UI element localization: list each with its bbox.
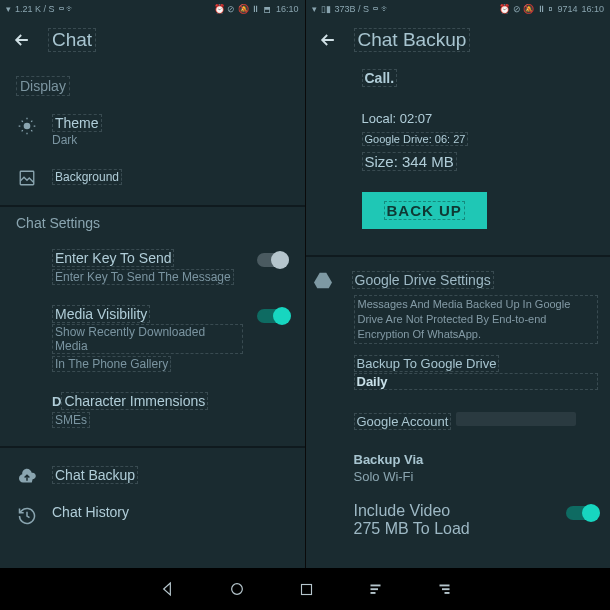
svg-rect-8 (442, 588, 450, 590)
section-chat-settings: Chat Settings (16, 215, 289, 231)
chardim-title: Character Immensions (61, 392, 208, 410)
gdrive-time: Google Drive: 06: 27 (362, 132, 469, 146)
backup-via-value: Solo Wi-Fi (354, 469, 599, 484)
enter-key-item[interactable]: Enter Key To Send Enter Key To Send The … (16, 239, 289, 295)
backup-via-item[interactable]: Backup Via Solo Wi-Fi (354, 440, 599, 494)
svg-rect-5 (370, 588, 378, 590)
theme-icon (16, 114, 38, 136)
local-time: Local: 02:07 (362, 111, 599, 126)
call-line: Call. (362, 69, 398, 87)
background-item[interactable]: Background (16, 157, 289, 197)
gdrive-settings-label: Google Drive Settings (352, 271, 494, 289)
back-icon[interactable] (12, 30, 32, 50)
theme-value: Dark (52, 133, 289, 147)
nav-home-icon[interactable] (229, 581, 245, 597)
include-video-title: Include Video (354, 502, 470, 520)
google-account-item[interactable]: Google Account (354, 400, 599, 440)
chardim-sub: SMEs (52, 412, 90, 428)
wallpaper-icon (16, 167, 38, 187)
google-account-value (456, 412, 576, 426)
gdrive-desc: Messages And Media Backed Up In Google D… (354, 295, 599, 344)
media-sub1: Show Recently Downloaded Media (52, 324, 243, 354)
include-video-toggle[interactable] (566, 506, 598, 520)
chat-history-label: Chat History (52, 504, 289, 520)
media-toggle[interactable] (257, 309, 289, 323)
media-sub2: In The Phone Gallery (52, 356, 171, 372)
enter-key-sub: Enter Key To Send The Message (52, 269, 234, 285)
backup-button[interactable]: BACK UP (362, 192, 487, 229)
back-icon-right[interactable] (318, 30, 338, 50)
enter-key-toggle[interactable] (257, 253, 289, 267)
enter-key-title: Enter Key To Send (52, 249, 174, 267)
include-video-sub: 275 MB To Load (354, 520, 470, 538)
svg-rect-3 (301, 584, 311, 594)
chat-history-item[interactable]: Chat History (16, 494, 289, 536)
backup-to-value: Daily (354, 373, 599, 390)
chat-backup-item[interactable]: Chat Backup (16, 456, 289, 494)
nav-menu2-icon[interactable] (437, 582, 452, 597)
nav-menu1-icon[interactable] (368, 582, 383, 597)
cloud-upload-icon (16, 466, 38, 484)
status-bar-right: ▾▯▮373B / S▭ ᯤ ⏰ ⊘ 🔕 ⏸ ▯971416:10 (306, 0, 611, 18)
svg-rect-1 (20, 171, 34, 185)
svg-rect-6 (370, 592, 375, 594)
theme-title: Theme (52, 114, 102, 132)
backup-to-gdrive-item[interactable]: Backup To Google Drive Daily (354, 344, 599, 400)
google-drive-icon (306, 271, 340, 289)
media-title: Media Visibility (52, 305, 150, 323)
svg-rect-4 (370, 584, 380, 586)
media-visibility-item[interactable]: Media Visibility Show Recently Downloade… (16, 295, 289, 382)
page-title-right: Chat Backup (354, 28, 471, 52)
include-video-item[interactable]: Include Video 275 MB To Load (354, 494, 599, 546)
char-dim-item[interactable]: DCharacter Immensions SMEs (16, 382, 289, 438)
svg-rect-7 (439, 584, 449, 586)
history-icon (16, 504, 38, 526)
svg-point-2 (231, 584, 242, 595)
backup-via-title: Backup Via (354, 452, 424, 467)
size-line: Size: 344 MB (362, 152, 457, 171)
background-title: Background (52, 169, 122, 185)
theme-item[interactable]: Theme Dark (16, 104, 289, 157)
svg-rect-9 (444, 592, 449, 594)
chat-backup-label: Chat Backup (52, 466, 138, 484)
status-bar: ▾1.21 K / S▭ ᯤ ⏰ ⊘ 🔕 ⏸ ⬒16:10 (0, 0, 305, 18)
nav-recent-icon[interactable] (299, 582, 314, 597)
google-account-title: Google Account (354, 413, 452, 430)
backup-to-title: Backup To Google Drive (354, 355, 500, 372)
section-display: Display (16, 76, 70, 96)
svg-point-0 (24, 123, 31, 130)
page-title: Chat (48, 28, 96, 52)
android-nav-bar (0, 568, 610, 610)
nav-back-icon[interactable] (159, 581, 175, 597)
